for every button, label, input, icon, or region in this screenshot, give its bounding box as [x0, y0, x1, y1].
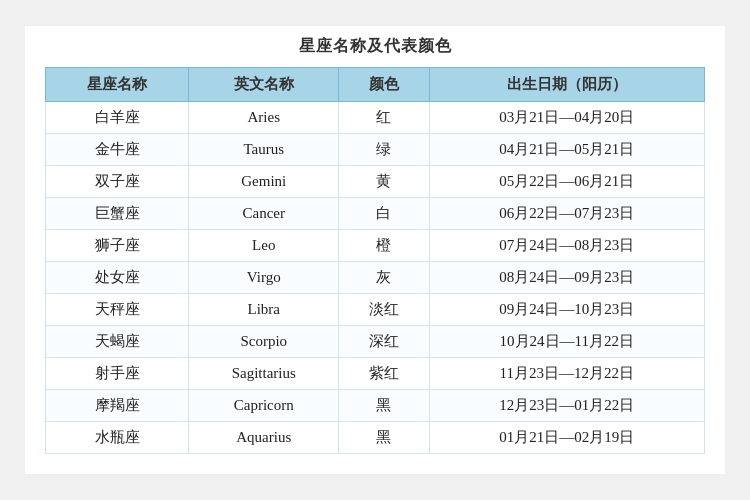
cell-r3-c2: 白: [339, 198, 429, 230]
cell-r9-c1: Capricorn: [189, 390, 339, 422]
cell-r8-c1: Sagittarius: [189, 358, 339, 390]
cell-r9-c3: 12月23日—01月22日: [429, 390, 705, 422]
cell-r7-c0: 天蝎座: [46, 326, 189, 358]
cell-r5-c2: 灰: [339, 262, 429, 294]
table-row: 金牛座Taurus绿04月21日—05月21日: [46, 134, 705, 166]
main-container: 星座名称及代表颜色 星座名称英文名称颜色出生日期（阳历） 白羊座Aries红03…: [25, 26, 725, 474]
table-row: 摩羯座Capricorn黑12月23日—01月22日: [46, 390, 705, 422]
zodiac-table: 星座名称英文名称颜色出生日期（阳历） 白羊座Aries红03月21日—04月20…: [45, 67, 705, 454]
table-row: 狮子座Leo橙07月24日—08月23日: [46, 230, 705, 262]
cell-r0-c1: Aries: [189, 102, 339, 134]
cell-r4-c2: 橙: [339, 230, 429, 262]
cell-r4-c1: Leo: [189, 230, 339, 262]
cell-r2-c3: 05月22日—06月21日: [429, 166, 705, 198]
cell-r8-c0: 射手座: [46, 358, 189, 390]
cell-r1-c1: Taurus: [189, 134, 339, 166]
cell-r5-c0: 处女座: [46, 262, 189, 294]
cell-r4-c3: 07月24日—08月23日: [429, 230, 705, 262]
cell-r3-c3: 06月22日—07月23日: [429, 198, 705, 230]
cell-r0-c2: 红: [339, 102, 429, 134]
cell-r0-c0: 白羊座: [46, 102, 189, 134]
cell-r2-c1: Gemini: [189, 166, 339, 198]
table-row: 双子座Gemini黄05月22日—06月21日: [46, 166, 705, 198]
cell-r6-c3: 09月24日—10月23日: [429, 294, 705, 326]
cell-r9-c0: 摩羯座: [46, 390, 189, 422]
table-row: 巨蟹座Cancer白06月22日—07月23日: [46, 198, 705, 230]
cell-r3-c0: 巨蟹座: [46, 198, 189, 230]
table-row: 天蝎座Scorpio深红10月24日—11月22日: [46, 326, 705, 358]
table-header-row: 星座名称英文名称颜色出生日期（阳历）: [46, 68, 705, 102]
column-header: 颜色: [339, 68, 429, 102]
column-header: 出生日期（阳历）: [429, 68, 705, 102]
cell-r7-c3: 10月24日—11月22日: [429, 326, 705, 358]
cell-r10-c1: Aquarius: [189, 422, 339, 454]
table-row: 水瓶座Aquarius黑01月21日—02月19日: [46, 422, 705, 454]
cell-r7-c1: Scorpio: [189, 326, 339, 358]
cell-r0-c3: 03月21日—04月20日: [429, 102, 705, 134]
cell-r8-c3: 11月23日—12月22日: [429, 358, 705, 390]
cell-r7-c2: 深红: [339, 326, 429, 358]
cell-r5-c3: 08月24日—09月23日: [429, 262, 705, 294]
cell-r9-c2: 黑: [339, 390, 429, 422]
cell-r3-c1: Cancer: [189, 198, 339, 230]
cell-r6-c2: 淡红: [339, 294, 429, 326]
cell-r8-c2: 紫红: [339, 358, 429, 390]
cell-r4-c0: 狮子座: [46, 230, 189, 262]
table-row: 天秤座Libra淡红09月24日—10月23日: [46, 294, 705, 326]
table-row: 处女座Virgo灰08月24日—09月23日: [46, 262, 705, 294]
table-row: 白羊座Aries红03月21日—04月20日: [46, 102, 705, 134]
cell-r10-c2: 黑: [339, 422, 429, 454]
cell-r10-c0: 水瓶座: [46, 422, 189, 454]
cell-r10-c3: 01月21日—02月19日: [429, 422, 705, 454]
column-header: 英文名称: [189, 68, 339, 102]
cell-r2-c0: 双子座: [46, 166, 189, 198]
cell-r6-c0: 天秤座: [46, 294, 189, 326]
cell-r1-c3: 04月21日—05月21日: [429, 134, 705, 166]
cell-r1-c0: 金牛座: [46, 134, 189, 166]
cell-r5-c1: Virgo: [189, 262, 339, 294]
column-header: 星座名称: [46, 68, 189, 102]
table-row: 射手座Sagittarius紫红11月23日—12月22日: [46, 358, 705, 390]
cell-r1-c2: 绿: [339, 134, 429, 166]
cell-r2-c2: 黄: [339, 166, 429, 198]
table-body: 白羊座Aries红03月21日—04月20日金牛座Taurus绿04月21日—0…: [46, 102, 705, 454]
cell-r6-c1: Libra: [189, 294, 339, 326]
page-title: 星座名称及代表颜色: [45, 36, 705, 57]
